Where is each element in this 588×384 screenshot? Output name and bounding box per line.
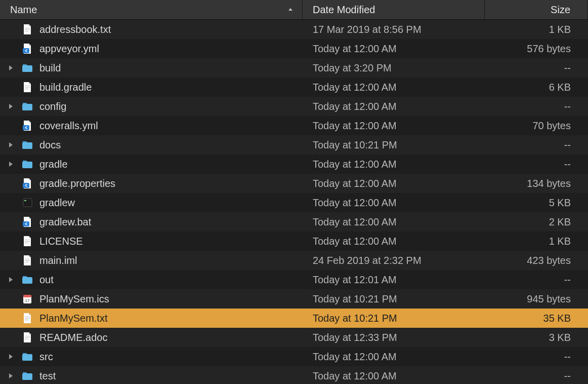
file-name-cell: addressbook.txt bbox=[0, 23, 303, 35]
column-header-name[interactable]: Name bbox=[0, 0, 303, 19]
file-name-cell: README.adoc bbox=[0, 331, 303, 343]
file-name-label: main.iml bbox=[39, 255, 77, 266]
size-label: -- bbox=[564, 159, 571, 170]
date-modified-label: Today at 12:00 AM bbox=[303, 120, 397, 132]
file-name-label: README.adoc bbox=[39, 332, 108, 343]
file-name-cell: src bbox=[0, 351, 303, 363]
file-row[interactable]: gradle.propertiesToday at 12:00 AM134 by… bbox=[0, 174, 588, 193]
file-row[interactable]: gradlewToday at 12:00 AM5 KB bbox=[0, 193, 588, 212]
file-name-label: src bbox=[39, 351, 53, 363]
size-label: -- bbox=[564, 101, 571, 112]
date-modified-cell: 24 Feb 2019 at 2:32 PM bbox=[303, 255, 485, 266]
file-row[interactable]: addressbook.txt17 Mar 2019 at 8:56 PM1 K… bbox=[0, 20, 588, 39]
file-row[interactable]: gradlew.batToday at 12:00 AM2 KB bbox=[0, 212, 588, 232]
file-row[interactable]: gradleToday at 12:00 AM-- bbox=[0, 155, 588, 174]
date-modified-cell: Today at 10:21 PM bbox=[303, 313, 485, 324]
disclosure-triangle-icon[interactable] bbox=[0, 142, 21, 148]
date-modified-label: Today at 10:21 PM bbox=[303, 293, 397, 305]
date-modified-cell: Today at 3:20 PM bbox=[303, 62, 485, 74]
file-row[interactable]: PlanMySem.icsToday at 10:21 PM945 bytes bbox=[0, 289, 588, 309]
disclosure-triangle-icon[interactable] bbox=[0, 103, 21, 109]
size-label: 423 bytes bbox=[527, 255, 571, 266]
size-label: 134 bytes bbox=[527, 178, 571, 189]
file-row[interactable]: testToday at 12:00 AM-- bbox=[0, 366, 588, 384]
size-label: -- bbox=[564, 370, 571, 382]
date-modified-label: Today at 12:33 PM bbox=[303, 332, 397, 343]
disclosure-triangle-icon[interactable] bbox=[0, 373, 21, 379]
size-label: 5 KB bbox=[549, 197, 571, 209]
date-modified-label: Today at 12:00 AM bbox=[303, 159, 397, 170]
file-row[interactable]: buildToday at 3:20 PM-- bbox=[0, 58, 588, 78]
size-label: -- bbox=[564, 351, 571, 363]
size-label: -- bbox=[564, 139, 571, 151]
file-row[interactable]: appveyor.ymlToday at 12:00 AM576 bytes bbox=[0, 39, 588, 58]
file-row[interactable]: PlanMySem.txtToday at 10:21 PM35 KB bbox=[0, 309, 588, 328]
code-file-icon bbox=[21, 120, 33, 132]
size-cell: 1 KB bbox=[485, 24, 588, 35]
date-modified-label: 17 Mar 2019 at 8:56 PM bbox=[303, 24, 422, 35]
file-list-table: Name Date Modified Size addressbook.txt1… bbox=[0, 0, 588, 384]
size-cell: 945 bytes bbox=[485, 293, 588, 305]
file-name-label: out bbox=[39, 274, 54, 286]
size-cell: 2 KB bbox=[485, 216, 588, 228]
file-row[interactable]: README.adocToday at 12:33 PM3 KB bbox=[0, 328, 588, 347]
column-header-date[interactable]: Date Modified bbox=[303, 0, 485, 19]
text-file-icon bbox=[21, 23, 33, 35]
date-modified-label: Today at 10:21 PM bbox=[303, 139, 397, 151]
file-name-label: build.gradle bbox=[39, 82, 92, 93]
code-file-icon bbox=[21, 216, 33, 228]
file-name-cell: out bbox=[0, 274, 303, 286]
file-name-cell: config bbox=[0, 100, 303, 112]
date-modified-label: Today at 10:21 PM bbox=[303, 313, 397, 324]
size-label: 3 KB bbox=[549, 332, 571, 343]
file-name-cell: gradlew bbox=[0, 197, 303, 209]
file-row[interactable]: docsToday at 10:21 PM-- bbox=[0, 135, 588, 155]
file-name-label: appveyor.yml bbox=[39, 43, 99, 55]
file-name-cell: gradlew.bat bbox=[0, 216, 303, 228]
date-modified-label: Today at 3:20 PM bbox=[303, 62, 392, 74]
size-cell: -- bbox=[485, 62, 588, 74]
date-modified-label: Today at 12:00 AM bbox=[303, 82, 397, 93]
file-row[interactable]: coveralls.ymlToday at 12:00 AM70 bytes bbox=[0, 116, 588, 135]
disclosure-triangle-icon[interactable] bbox=[0, 161, 21, 167]
size-label: 35 KB bbox=[543, 313, 571, 324]
disclosure-triangle-icon[interactable] bbox=[0, 277, 21, 283]
date-modified-cell: Today at 12:00 AM bbox=[303, 236, 485, 247]
size-label: -- bbox=[564, 274, 571, 286]
disclosure-triangle-icon[interactable] bbox=[0, 354, 21, 360]
column-header-row: Name Date Modified Size bbox=[0, 0, 588, 20]
disclosure-triangle-icon[interactable] bbox=[0, 65, 21, 71]
date-modified-label: Today at 12:01 AM bbox=[303, 274, 397, 286]
size-label: 70 bytes bbox=[532, 120, 571, 132]
file-name-label: test bbox=[39, 370, 56, 382]
file-rows-container: addressbook.txt17 Mar 2019 at 8:56 PM1 K… bbox=[0, 20, 588, 384]
date-modified-cell: Today at 12:00 AM bbox=[303, 351, 485, 363]
file-name-label: docs bbox=[39, 139, 61, 151]
file-row[interactable]: configToday at 12:00 AM-- bbox=[0, 97, 588, 116]
date-modified-cell: Today at 12:00 AM bbox=[303, 159, 485, 170]
file-name-cell: LICENSE bbox=[0, 235, 303, 247]
size-cell: -- bbox=[485, 351, 588, 363]
size-cell: -- bbox=[485, 101, 588, 112]
file-name-cell: gradle bbox=[0, 158, 303, 170]
file-row[interactable]: srcToday at 12:00 AM-- bbox=[0, 347, 588, 366]
column-header-size[interactable]: Size bbox=[485, 0, 588, 19]
date-modified-cell: Today at 12:00 AM bbox=[303, 197, 485, 209]
file-name-label: build bbox=[39, 62, 61, 74]
file-name-cell: main.iml bbox=[0, 254, 303, 266]
size-cell: 3 KB bbox=[485, 332, 588, 343]
date-modified-cell: Today at 12:00 AM bbox=[303, 370, 485, 382]
size-label: 576 bytes bbox=[527, 43, 571, 55]
file-row[interactable]: build.gradleToday at 12:00 AM6 KB bbox=[0, 78, 588, 97]
file-name-label: gradlew.bat bbox=[39, 216, 91, 228]
file-row[interactable]: LICENSEToday at 12:00 AM1 KB bbox=[0, 232, 588, 251]
file-name-label: PlanMySem.ics bbox=[39, 293, 109, 305]
date-modified-label: Today at 12:00 AM bbox=[303, 370, 397, 382]
file-name-cell: coveralls.yml bbox=[0, 120, 303, 132]
size-label: 1 KB bbox=[549, 24, 571, 35]
file-row[interactable]: outToday at 12:01 AM-- bbox=[0, 270, 588, 289]
date-modified-cell: Today at 12:00 AM bbox=[303, 43, 485, 55]
sort-ascending-icon bbox=[285, 0, 296, 19]
file-name-cell: gradle.properties bbox=[0, 177, 303, 189]
file-row[interactable]: main.iml24 Feb 2019 at 2:32 PM423 bytes bbox=[0, 251, 588, 270]
